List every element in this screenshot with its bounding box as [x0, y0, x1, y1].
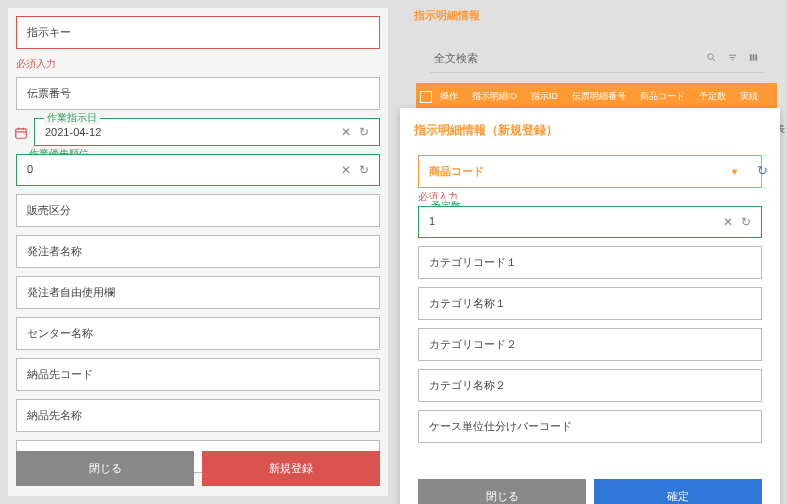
modal-close-button[interactable]: 閉じる	[418, 479, 586, 504]
th-product-code[interactable]: 商品コード	[634, 88, 691, 105]
required-label: 必須入力	[418, 190, 762, 204]
center-name-input[interactable]: センター名称	[16, 317, 380, 350]
planned-value: 1	[429, 215, 435, 229]
delivery-code-input[interactable]: 納品先コード	[16, 358, 380, 391]
priority-value: 0	[27, 163, 33, 177]
close-button[interactable]: 閉じる	[16, 451, 194, 486]
svg-rect-11	[755, 54, 757, 60]
search-input[interactable]: 全文検索	[434, 51, 696, 66]
detail-register-modal: 指示明細情報（新規登録） 商品コード ▾ ↻ 必須入力 予定数 1 ✕ ↻ カテ…	[400, 108, 780, 504]
clear-icon[interactable]: ✕	[723, 215, 733, 229]
th-actual[interactable]: 実績	[734, 88, 764, 105]
svg-rect-10	[753, 54, 755, 60]
orderer-name-input[interactable]: 発注者名称	[16, 235, 380, 268]
category-code1-input[interactable]: カテゴリコード１	[418, 246, 762, 279]
modal-title: 指示明細情報（新規登録）	[414, 122, 766, 139]
refresh-icon[interactable]: ↻	[359, 125, 369, 139]
chevron-down-icon: ▾	[732, 166, 737, 177]
product-code-select[interactable]: 商品コード ▾	[418, 155, 762, 188]
search-icon[interactable]	[706, 52, 717, 65]
confirm-button[interactable]: 確定	[594, 479, 762, 504]
priority-row: 作業優先順位 0 ✕ ↻	[16, 154, 380, 186]
th-slip-detail-no[interactable]: 伝票明細番号	[566, 88, 632, 105]
table-header: 操作 指示明細ID 指示ID 伝票明細番号 商品コード 予定数 実績	[416, 83, 777, 110]
modal-button-row: 閉じる 確定	[418, 479, 762, 504]
select-all-checkbox[interactable]	[420, 91, 432, 103]
refresh-icon[interactable]: ↻	[359, 163, 369, 177]
category-name2-input[interactable]: カテゴリ名称２	[418, 369, 762, 402]
clear-icon[interactable]: ✕	[341, 163, 351, 177]
calendar-icon[interactable]	[14, 126, 28, 143]
th-action: 操作	[434, 88, 464, 105]
svg-line-5	[713, 59, 715, 61]
left-button-row: 閉じる 新規登録	[16, 451, 380, 486]
search-row: 全文検索	[430, 45, 763, 73]
delivery-name-input[interactable]: 納品先名称	[16, 399, 380, 432]
detail-list-panel: 指示明細情報 全文検索 操作 指示明細ID 指示ID 伝票明細番号 商品コード …	[410, 4, 783, 110]
register-button[interactable]: 新規登録	[202, 451, 380, 486]
work-date-value: 2021-04-12	[45, 126, 101, 138]
filter-icon[interactable]	[727, 52, 738, 65]
required-label: 必須入力	[16, 57, 380, 71]
svg-rect-0	[16, 129, 27, 138]
th-instruction-id[interactable]: 指示ID	[525, 88, 564, 105]
product-code-label: 商品コード	[429, 164, 484, 179]
category-name1-input[interactable]: カテゴリ名称１	[418, 287, 762, 320]
category-code2-input[interactable]: カテゴリコード２	[418, 328, 762, 361]
slip-number-input[interactable]: 伝票番号	[16, 77, 380, 110]
th-detail-id[interactable]: 指示明細ID	[466, 88, 523, 105]
case-barcode-input[interactable]: ケース単位仕分けバーコード	[418, 410, 762, 443]
th-planned[interactable]: 予定数	[693, 88, 732, 105]
orderer-free-input[interactable]: 発注者自由使用欄	[16, 276, 380, 309]
instruction-key-input[interactable]: 指示キー	[16, 16, 380, 49]
svg-rect-9	[750, 54, 752, 60]
work-date-label: 作業指示日	[44, 111, 100, 125]
planned-input[interactable]: 1 ✕ ↻	[418, 206, 762, 238]
left-form-panel: 指示キー 必須入力 伝票番号 作業指示日 2021-04-12 ✕ ↻ 作業優先…	[8, 8, 388, 496]
refresh-icon[interactable]: ↻	[741, 215, 751, 229]
refresh-icon[interactable]: ↻	[757, 163, 768, 178]
sales-division-input[interactable]: 販売区分	[16, 194, 380, 227]
priority-input[interactable]: 0 ✕ ↻	[16, 154, 380, 186]
planned-row: 予定数 1 ✕ ↻	[418, 206, 762, 238]
work-date-row: 作業指示日 2021-04-12 ✕ ↻	[16, 118, 380, 146]
columns-icon[interactable]	[748, 52, 759, 65]
detail-title: 指示明細情報	[410, 4, 783, 27]
svg-point-4	[708, 54, 714, 60]
clear-icon[interactable]: ✕	[341, 125, 351, 139]
